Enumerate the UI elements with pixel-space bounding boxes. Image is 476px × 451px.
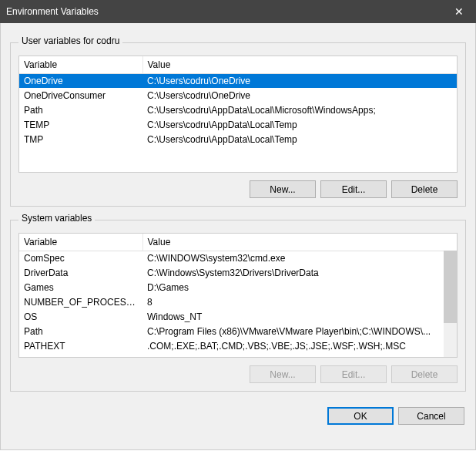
cell-variable: NUMBER_OF_PROCESSORS <box>19 294 142 309</box>
system-new-button[interactable]: New... <box>250 365 316 383</box>
table-row[interactable]: OneDriveC:\Users\codru\OneDrive <box>19 73 457 88</box>
cell-value: 8 <box>142 294 457 309</box>
user-new-button[interactable]: New... <box>250 180 316 198</box>
user-col-variable[interactable]: Variable <box>19 56 142 73</box>
system-variables-table-wrap: Variable Value ComSpecC:\WINDOWS\system3… <box>18 233 458 358</box>
table-row[interactable]: PathC:\Program Files (x86)\VMware\VMware… <box>19 324 457 338</box>
table-row[interactable]: TEMPC:\Users\codru\AppData\Local\Temp <box>19 117 457 132</box>
cell-variable: OneDrive <box>19 73 142 88</box>
system-variables-table[interactable]: Variable Value ComSpecC:\WINDOWS\system3… <box>19 234 457 353</box>
cell-variable: TEMP <box>19 117 142 132</box>
table-row[interactable]: OneDriveConsumerC:\Users\codru\OneDrive <box>19 88 457 103</box>
system-col-variable[interactable]: Variable <box>19 234 142 251</box>
system-scrollbar-thumb[interactable] <box>444 251 457 323</box>
system-variables-legend: System variables <box>18 213 95 224</box>
table-row[interactable]: GamesD:\Games <box>19 280 457 294</box>
user-variables-group: User variables for codru Variable Value … <box>10 37 466 207</box>
cell-value: C:\Users\codru\AppData\Local\Temp <box>142 117 457 132</box>
table-row[interactable]: PATHEXT.COM;.EXE;.BAT;.CMD;.VBS;.VBE;.JS… <box>19 338 457 353</box>
cell-variable: ComSpec <box>19 251 142 265</box>
title-bar: Environment Variables ✕ <box>0 0 476 23</box>
user-variables-table-wrap: Variable Value OneDriveC:\Users\codru\On… <box>18 56 458 173</box>
system-scrollbar[interactable] <box>444 251 457 357</box>
table-row[interactable]: NUMBER_OF_PROCESSORS8 <box>19 294 457 309</box>
user-variables-table[interactable]: Variable Value OneDriveC:\Users\codru\On… <box>19 56 457 146</box>
user-delete-button[interactable]: Delete <box>391 180 458 198</box>
system-edit-button[interactable]: Edit... <box>320 365 387 383</box>
system-delete-button[interactable]: Delete <box>391 365 458 383</box>
user-button-row: New... Edit... Delete <box>18 180 458 198</box>
close-icon: ✕ <box>454 5 464 18</box>
table-row[interactable]: OSWindows_NT <box>19 309 457 324</box>
window-title: Environment Variables <box>6 6 99 17</box>
user-edit-button[interactable]: Edit... <box>320 180 387 198</box>
system-col-value[interactable]: Value <box>142 234 457 251</box>
table-row[interactable]: TMPC:\Users\codru\AppData\Local\Temp <box>19 132 457 146</box>
system-button-row: New... Edit... Delete <box>18 365 458 383</box>
cell-value: C:\Users\codru\OneDrive <box>142 73 457 88</box>
cell-variable: OS <box>19 309 142 324</box>
cell-value: C:\WINDOWS\system32\cmd.exe <box>142 251 457 265</box>
table-row[interactable]: ComSpecC:\WINDOWS\system32\cmd.exe <box>19 251 457 265</box>
cancel-button[interactable]: Cancel <box>398 407 464 425</box>
cell-value: C:\Windows\System32\Drivers\DriverData <box>142 265 457 280</box>
cell-variable: OneDriveConsumer <box>19 88 142 103</box>
window-close-button[interactable]: ✕ <box>441 0 476 23</box>
system-variables-group: System variables Variable Value ComSpecC… <box>10 214 466 392</box>
cell-value: C:\Users\codru\OneDrive <box>142 88 457 103</box>
dialog-content: User variables for codru Variable Value … <box>0 23 476 450</box>
user-variables-legend: User variables for codru <box>18 35 122 46</box>
user-col-value[interactable]: Value <box>142 56 457 73</box>
cell-variable: DriverData <box>19 265 142 280</box>
cell-value: D:\Games <box>142 280 457 294</box>
cell-variable: Path <box>19 324 142 338</box>
cell-variable: Games <box>19 280 142 294</box>
cell-variable: PATHEXT <box>19 338 142 353</box>
cell-variable: TMP <box>19 132 142 146</box>
cell-variable: Path <box>19 103 142 117</box>
cell-value: Windows_NT <box>142 309 457 324</box>
cell-value: C:\Users\codru\AppData\Local\Temp <box>142 132 457 146</box>
ok-button[interactable]: OK <box>327 407 394 425</box>
table-row[interactable]: DriverDataC:\Windows\System32\Drivers\Dr… <box>19 265 457 280</box>
table-row[interactable]: PathC:\Users\codru\AppData\Local\Microso… <box>19 103 457 117</box>
cell-value: C:\Program Files (x86)\VMware\VMware Pla… <box>142 324 457 338</box>
cell-value: .COM;.EXE;.BAT;.CMD;.VBS;.VBE;.JS;.JSE;.… <box>142 338 457 353</box>
cell-value: C:\Users\codru\AppData\Local\Microsoft\W… <box>142 103 457 117</box>
dialog-footer: OK Cancel <box>10 407 466 425</box>
